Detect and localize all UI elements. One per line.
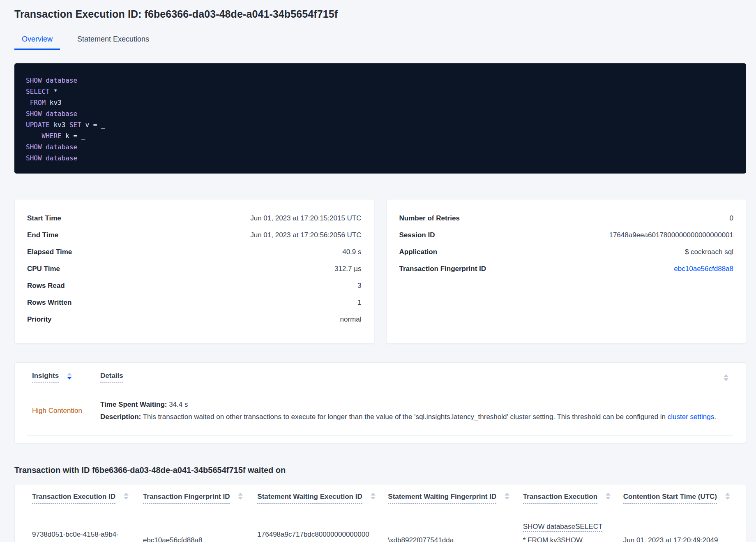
sql-keyword: SHOW <box>26 110 42 118</box>
sql-keyword: UPDATE <box>26 121 50 129</box>
summary-label: Rows Written <box>27 299 71 307</box>
column-header-label[interactable]: Transaction Fingerprint ID <box>143 493 230 504</box>
sql-keyword: database <box>46 110 77 118</box>
insights-column-header: Insights <box>27 372 100 383</box>
insights-column-label[interactable]: Insights <box>32 372 59 383</box>
summary-value: 17648a9eea6017800000000000000001 <box>609 231 733 239</box>
summary-row-transaction-fingerprint-id: Transaction Fingerprint IDebc10ae56cfd88… <box>399 260 734 277</box>
sql-statements-box: SHOW databaseSELECT * FROM kv3SHOW datab… <box>14 63 746 174</box>
transaction-details-page: Transaction Execution ID: f6be6366-da03-… <box>0 0 756 542</box>
summary-row-end-time: End TimeJun 01, 2023 at 17:20:56:2056 UT… <box>27 227 362 243</box>
cell-transaction-execution-id: 9738d051-bc0e-4158-a9b4-1903586ddd42 <box>27 529 138 542</box>
transaction-fingerprint-link[interactable]: ebc10ae56cfd88a8 <box>674 265 733 273</box>
sort-icon[interactable] <box>238 493 243 500</box>
summary-row-application: Application$ cockroach sql <box>399 243 734 260</box>
sort-up-icon <box>371 493 376 496</box>
description-suffix: . <box>714 413 716 421</box>
cell-value: 9738d051-bc0e-4158-a9b4-1903586ddd42 <box>32 529 119 542</box>
sort-icon[interactable] <box>724 374 728 381</box>
sort-icon[interactable] <box>371 493 376 500</box>
sort-down-icon <box>724 378 728 381</box>
sort-up-icon <box>725 493 730 496</box>
summary-value: 1 <box>357 299 361 307</box>
sql-line: WHERE k = _ <box>26 130 735 141</box>
sort-down-icon <box>505 497 509 500</box>
column-header-label[interactable]: Contention Start Time (UTC) <box>623 493 717 504</box>
summary-cards-row: Start TimeJun 01, 2023 at 17:20:15:2015 … <box>14 199 746 344</box>
sql-text <box>42 110 46 118</box>
waited-on-table-body: 9738d051-bc0e-4158-a9b4-1903586ddd42ebc1… <box>27 509 733 542</box>
sql-line: SHOW database <box>26 153 735 164</box>
cell-value: Jun 01, 2023 at 17:20:49:2049 <box>623 535 718 542</box>
sql-keyword: WHERE <box>42 132 62 140</box>
column-header-label[interactable]: Transaction Execution <box>523 493 597 504</box>
sort-down-icon <box>67 377 72 380</box>
sql-keyword: SHOW <box>26 76 42 84</box>
sort-down-icon <box>238 497 243 500</box>
sort-icon[interactable] <box>124 493 129 500</box>
column-header-label[interactable]: Statement Waiting Execution ID <box>257 493 362 504</box>
sql-line: SELECT * <box>26 86 735 97</box>
summary-label: Number of Retries <box>399 214 460 222</box>
transaction-execution-link[interactable]: SHOW databaseSELECT * FROM kv3SHOW datab… <box>523 520 605 542</box>
summary-row-priority: Prioritynormal <box>27 311 362 328</box>
sort-icon[interactable] <box>606 493 611 500</box>
cell-value: \xdb8922f077541dda <box>388 535 454 542</box>
insight-row: High Contention Time Spent Waiting: 34.4… <box>27 388 733 435</box>
sort-down-icon <box>725 497 730 500</box>
sql-text <box>42 143 46 151</box>
summary-value: 40.9 s <box>342 248 361 256</box>
column-header-transaction-execution: Transaction Execution <box>518 493 618 504</box>
tab-bar: OverviewStatement Executions <box>14 31 746 50</box>
summary-label: Application <box>399 248 438 256</box>
details-column-header: Details <box>100 372 724 383</box>
sql-keyword: database <box>46 154 77 162</box>
sort-up-icon <box>67 373 72 375</box>
sort-up-icon <box>505 493 509 496</box>
insight-type-label: High Contention <box>27 407 100 415</box>
sort-icon[interactable] <box>725 493 730 500</box>
sql-keyword: SET <box>69 121 81 129</box>
tab-overview[interactable]: Overview <box>14 31 60 50</box>
tab-statement-executions[interactable]: Statement Executions <box>70 31 157 50</box>
summary-row-start-time: Start TimeJun 01, 2023 at 17:20:15:2015 … <box>27 210 362 227</box>
sql-keyword: SHOW <box>26 143 42 151</box>
summary-label: Transaction Fingerprint ID <box>399 265 486 273</box>
sql-line: SHOW database <box>26 75 735 86</box>
summary-label: Session ID <box>399 231 435 239</box>
session-summary-card: Number of Retries0Session ID17648a9eea60… <box>387 199 747 344</box>
summary-row-rows-read: Rows Read3 <box>27 277 362 294</box>
column-header-statement-waiting-execution-id: Statement Waiting Execution ID <box>252 493 383 504</box>
summary-value: Jun 01, 2023 at 17:20:15:2015 UTC <box>250 214 361 222</box>
summary-label: CPU Time <box>27 265 60 273</box>
cluster-settings-link[interactable]: cluster settings <box>668 413 714 421</box>
sql-keyword: SELECT <box>26 88 50 95</box>
description-label: Description: <box>100 413 141 421</box>
cell-transaction-execution: SHOW databaseSELECT * FROM kv3SHOW datab… <box>518 520 618 542</box>
column-header-transaction-execution-id: Transaction Execution ID <box>27 493 138 504</box>
description-text: This transaction waited on other transac… <box>143 413 668 421</box>
table-row: 9738d051-bc0e-4158-a9b4-1903586ddd42ebc1… <box>27 509 733 542</box>
summary-value: ebc10ae56cfd88a8 <box>674 265 733 273</box>
sort-down-icon <box>124 497 129 500</box>
insight-description: Description: This transaction waited on … <box>100 411 733 423</box>
cell-value: 176498a9c717bdc80000000000000001 <box>257 529 372 542</box>
sql-line: SHOW database <box>26 108 735 119</box>
insights-table-header: Insights Details <box>27 363 733 388</box>
column-header-label[interactable]: Statement Waiting Fingerprint ID <box>388 493 496 504</box>
summary-value: 3 <box>357 282 361 290</box>
sql-keyword: database <box>46 143 77 151</box>
sql-keyword: SHOW <box>26 154 42 162</box>
summary-row-rows-written: Rows Written1 <box>27 294 362 311</box>
sort-icon[interactable] <box>67 373 72 380</box>
column-header-transaction-fingerprint-id: Transaction Fingerprint ID <box>138 493 252 504</box>
sort-up-icon <box>724 374 728 377</box>
summary-label: Priority <box>27 315 52 324</box>
sql-text: v = _ <box>81 121 105 129</box>
sort-icon[interactable] <box>505 493 509 500</box>
summary-label: Elapsed Time <box>27 248 72 256</box>
column-header-label[interactable]: Transaction Execution ID <box>32 493 115 504</box>
cell-statement-waiting-execution-id: 176498a9c717bdc80000000000000001 <box>252 529 383 542</box>
column-header-statement-waiting-fingerprint-id: Statement Waiting Fingerprint ID <box>383 493 518 504</box>
sort-up-icon <box>606 493 611 496</box>
